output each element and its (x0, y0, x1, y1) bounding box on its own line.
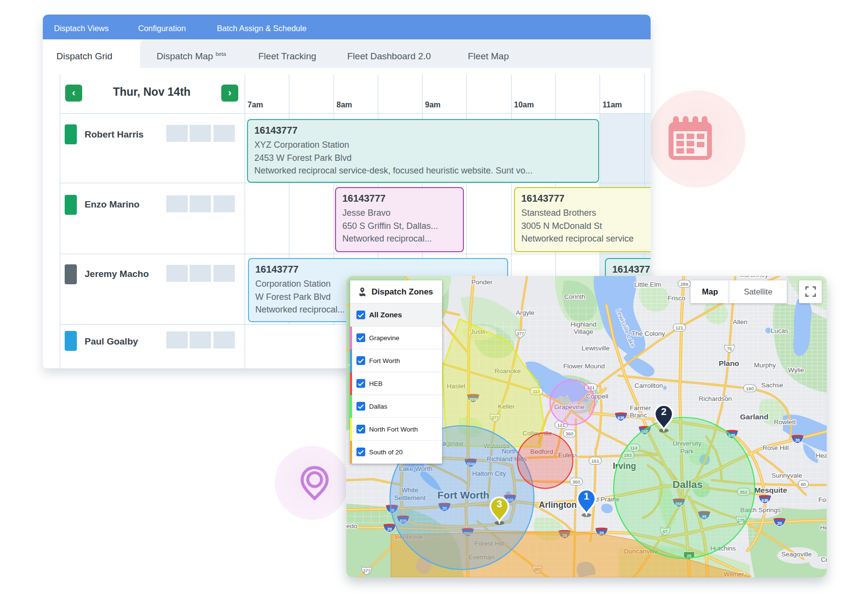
svg-text:190: 190 (746, 386, 754, 391)
svg-text:Argyle: Argyle (516, 309, 534, 316)
svg-text:Highland: Highland (570, 321, 596, 328)
svg-text:Farmer: Farmer (630, 404, 651, 412)
svg-text:Sachse: Sachse (761, 381, 783, 389)
svg-text:Allen: Allen (733, 318, 747, 326)
svg-text:McKinney: McKinney (739, 276, 768, 278)
svg-text:Branc: Branc (630, 412, 647, 419)
svg-text:3: 3 (496, 499, 502, 509)
svg-text:Lucas: Lucas (771, 327, 788, 334)
svg-text:Seagoville: Seagoville (781, 551, 812, 558)
svg-text:75: 75 (727, 346, 732, 351)
svg-text:Mesquite: Mesquite (754, 486, 787, 494)
svg-text:Rose Hill: Rose Hill (762, 444, 789, 451)
svg-text:Sunnyvale: Sunnyvale (771, 472, 802, 479)
svg-text:Murphy: Murphy (754, 362, 776, 369)
svg-text:The Colony: The Colony (631, 330, 665, 337)
svg-text:2: 2 (661, 406, 666, 417)
svg-text:80: 80 (801, 482, 806, 487)
svg-text:20: 20 (387, 527, 392, 532)
svg-text:377: 377 (516, 331, 524, 336)
svg-text:Little Elm: Little Elm (634, 281, 661, 288)
svg-text:635: 635 (618, 415, 624, 420)
svg-text:For: For (818, 496, 827, 503)
svg-text:377: 377 (363, 569, 370, 573)
svg-text:Frisco: Frisco (668, 294, 686, 302)
svg-text:ledo: ledo (346, 522, 357, 530)
svg-text:Carrollton: Carrollton (635, 382, 663, 389)
svg-text:Wylie: Wylie (788, 366, 804, 374)
svg-text:360: 360 (572, 479, 580, 484)
svg-text:Ponder: Ponder (471, 278, 493, 286)
svg-text:Corinth: Corinth (564, 293, 585, 300)
svg-text:161: 161 (591, 458, 599, 464)
svg-text:360: 360 (566, 431, 573, 436)
svg-text:20: 20 (777, 521, 782, 526)
svg-text:Flower Mound: Flower Mound (563, 363, 605, 370)
svg-text:Village: Village (574, 328, 593, 335)
svg-text:30: 30 (795, 438, 800, 443)
svg-text:Arlington: Arlington (539, 500, 577, 510)
svg-text:121: 121 (675, 325, 683, 330)
svg-text:Garland: Garland (740, 413, 769, 421)
svg-text:635: 635 (762, 498, 768, 503)
svg-text:Plano: Plano (719, 359, 739, 367)
svg-text:Hea: Hea (816, 452, 827, 459)
svg-text:Rowlett: Rowlett (774, 418, 796, 426)
svg-text:289: 289 (680, 281, 688, 287)
svg-text:Lewisville: Lewisville (582, 345, 610, 352)
svg-text:Richardson: Richardson (699, 395, 732, 402)
svg-text:Cr: Cr (821, 556, 827, 563)
svg-text:He: He (820, 524, 827, 531)
svg-text:1: 1 (584, 491, 589, 501)
